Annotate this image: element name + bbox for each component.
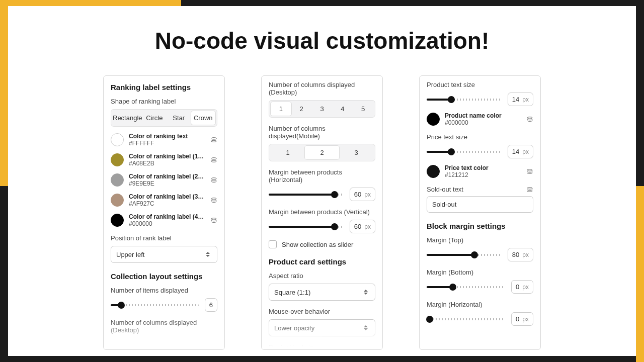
color-row-4th[interactable]: Color of ranking label (4th.~) #000000 (111, 213, 217, 227)
product-text-size-value: 14 (512, 96, 519, 103)
vmargin-value: 60 (354, 223, 361, 230)
color-row-text[interactable]: Color of ranking text #FFFFFF (111, 133, 217, 147)
pname-color-row[interactable]: Product name color #000000 (427, 112, 533, 126)
slider-thumb[interactable] (471, 251, 478, 258)
aspect-select[interactable]: Square (1:1) (269, 284, 375, 301)
mobile-cols-2[interactable]: 2 (305, 146, 339, 159)
color-row-2nd[interactable]: Color of ranking label (2nd.) #9E9E9E (111, 173, 217, 187)
margin-horizontal-label: Margin (Horizontal) (427, 301, 533, 308)
mobile-cols-segmented[interactable]: 1 2 3 (269, 144, 375, 161)
hmargin-value: 60 (354, 191, 361, 198)
layers-icon[interactable] (526, 116, 533, 123)
margin-top-value-box[interactable]: 80 px (508, 248, 533, 261)
vmargin-slider[interactable] (269, 226, 344, 228)
slider-thumb[interactable] (448, 148, 455, 155)
product-text-size-label: Product text size (427, 81, 533, 88)
mobile-cols-1[interactable]: 1 (271, 146, 305, 159)
unit-px: px (522, 316, 529, 323)
show-slider-checkbox[interactable] (269, 240, 277, 248)
soldout-input[interactable] (427, 196, 533, 213)
unit-px: px (364, 191, 371, 198)
unit-px: px (522, 251, 529, 258)
position-select[interactable]: Upper left (111, 246, 217, 263)
swatch-ranking-text[interactable] (111, 133, 124, 146)
aspect-value: Square (1:1) (274, 289, 310, 296)
section-heading-collection-layout: Collection layout settings (111, 272, 217, 281)
product-text-size-slider[interactable] (427, 99, 502, 101)
price-text-size-value-box[interactable]: 14 px (508, 145, 533, 158)
shape-option-rectangle[interactable]: Rectangle (113, 111, 142, 125)
margin-top-slider[interactable] (427, 254, 502, 256)
mouseover-select[interactable]: Lower opacity (269, 319, 375, 336)
margin-bottom-value-box[interactable]: 0 px (511, 280, 533, 294)
swatch-price-color[interactable] (427, 165, 440, 178)
color-name-label: Color of ranking label (3rd.) (129, 193, 205, 200)
price-color-row[interactable]: Price text color #121212 (427, 164, 533, 178)
margin-bottom-slider[interactable] (427, 286, 505, 288)
swatch-2nd[interactable] (111, 173, 124, 187)
soldout-label: Sold-out text (427, 186, 463, 193)
desktop-cols-label: Number of columns displayed (Desktop) (269, 81, 375, 96)
shape-option-star[interactable]: Star (167, 111, 191, 125)
margin-horizontal-value-box[interactable]: 0 px (511, 312, 533, 326)
slider-thumb[interactable] (448, 96, 455, 103)
product-text-size-value-box[interactable]: 14 px (508, 93, 533, 106)
items-value-box[interactable]: 6 (205, 298, 217, 312)
vmargin-value-box[interactable]: 60 px (350, 220, 375, 233)
page-title: No-code visual customization! (8, 27, 636, 54)
shape-option-circle[interactable]: Circle (142, 111, 167, 125)
desktop-cols-4[interactable]: 4 (332, 102, 353, 116)
hmargin-label: Margin between products (Horizontal) (269, 168, 375, 184)
hmargin-value-box[interactable]: 60 px (350, 188, 375, 201)
mouseover-value: Lower opacity (274, 324, 314, 332)
swatch-pname-color[interactable] (427, 113, 440, 126)
swatch-3rd[interactable] (111, 194, 124, 207)
shape-segmented[interactable]: Rectangle Circle Star Crown (111, 109, 217, 127)
hmargin-slider[interactable] (269, 194, 344, 196)
mobile-cols-3[interactable]: 3 (339, 146, 373, 159)
items-displayed-label: Number of items displayed (111, 287, 217, 294)
color-hex-label: #AF927C (129, 200, 205, 207)
svg-point-0 (211, 138, 217, 140)
desktop-cols-label: Number of columns displayed (Desktop) (111, 319, 217, 334)
color-row-3rd[interactable]: Color of ranking label (3rd.) #AF927C (111, 193, 217, 207)
margin-top-value: 80 (512, 251, 519, 258)
margin-top-label: Margin (Top) (427, 236, 533, 244)
unit-px: px (364, 223, 371, 230)
svg-point-7 (527, 187, 533, 189)
layers-icon[interactable] (526, 168, 533, 175)
vmargin-label: Margin between products (Vertical) (269, 208, 375, 216)
slider-thumb[interactable] (331, 223, 338, 230)
position-value: Upper left (116, 251, 144, 258)
slider-thumb[interactable] (449, 284, 456, 291)
shape-option-crown[interactable]: Crown (191, 111, 215, 125)
svg-point-2 (211, 178, 217, 180)
layers-icon[interactable] (210, 176, 217, 184)
layers-icon[interactable] (210, 197, 217, 204)
items-value: 6 (209, 301, 213, 309)
items-slider[interactable] (111, 304, 199, 306)
swatch-4th[interactable] (111, 214, 124, 227)
chevron-updown-icon (206, 250, 212, 258)
svg-point-5 (527, 117, 533, 119)
slider-thumb[interactable] (426, 316, 433, 323)
color-name-label: Color of ranking text (129, 133, 205, 140)
desktop-cols-2[interactable]: 2 (291, 102, 312, 116)
price-text-size-slider[interactable] (427, 151, 502, 153)
margin-horizontal-slider[interactable] (427, 318, 505, 320)
color-hex-label: #A08E2B (129, 160, 205, 167)
desktop-cols-3[interactable]: 3 (312, 102, 333, 116)
slider-thumb[interactable] (331, 191, 338, 198)
layers-icon[interactable] (210, 217, 217, 224)
desktop-cols-1[interactable]: 1 (271, 102, 291, 116)
swatch-1st[interactable] (111, 153, 124, 166)
desktop-cols-segmented[interactable]: 1 2 3 4 5 (269, 100, 375, 118)
layers-icon[interactable] (526, 186, 533, 193)
layers-icon[interactable] (210, 156, 217, 163)
chevron-updown-icon (364, 288, 370, 296)
slider-thumb[interactable] (118, 302, 125, 309)
layers-icon[interactable] (210, 136, 217, 143)
panel-collection-product-card: Number of columns displayed (Desktop) 1 … (261, 75, 383, 350)
desktop-cols-5[interactable]: 5 (353, 102, 373, 116)
color-row-1st[interactable]: Color of ranking label (1st.) #A08E2B (111, 153, 217, 167)
